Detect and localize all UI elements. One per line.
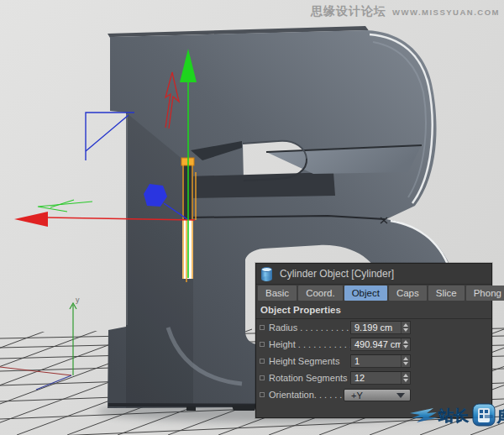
green-wire-arrow [38,200,92,212]
property-label: Orientation. . . . . . . [269,390,350,400]
tab-basic[interactable]: Basic [258,286,297,301]
world-y-axis-label: y [76,296,80,304]
qr-badge-icon [473,404,495,426]
animation-dot[interactable] [260,392,265,397]
site-banner: 思缘设计论坛 WWW.MISSYUAN.COM [311,4,500,19]
property-label: Height Segments [269,356,350,366]
site-url: WWW.MISSYUAN.COM [392,8,500,17]
property-row-height: Height . . . . . . . . . . . . 490.947 c… [256,336,491,353]
stepper-icon[interactable] [401,338,410,350]
animation-dot[interactable] [260,359,265,364]
watermark-text: 站长 [438,407,470,424]
tab-object[interactable]: Object [344,286,387,301]
property-row-rotation-segments: Rotation Segments 12 [256,369,491,386]
height-segments-field[interactable]: 1 [350,354,411,368]
rotation-segments-field[interactable]: 12 [350,371,411,385]
cinema4d-viewport: y [0,0,504,435]
tab-slice[interactable]: Slice [428,286,465,301]
animation-dot[interactable] [260,325,265,330]
height-field[interactable]: 490.947 cm [350,338,411,351]
site-name: 思缘设计论坛 [311,4,386,19]
animation-dot[interactable] [260,375,265,380]
cylinder-icon [261,267,272,281]
property-row-height-segments: Height Segments 1 [256,353,491,369]
flame-icon [410,408,438,422]
chevron-down-icon [396,393,405,398]
panel-titlebar: Cylinder Object [Cylinder] [256,264,491,285]
property-rows: Radius . . . . . . . . . . . . 9.199 cm … [256,319,491,403]
panel-tabs: Basic Coord. Object Caps Slice Phong [256,285,491,302]
panel-title: Cylinder Object [Cylinder] [280,268,394,280]
section-header: Object Properties [256,302,491,319]
property-label: Height . . . . . . . . . . . . [269,339,350,349]
site-watermark: 站长 库 [408,400,504,432]
animation-dot[interactable] [260,342,265,347]
attribute-manager-panel: Cylinder Object [Cylinder] Basic Coord. … [255,263,492,418]
stepper-icon[interactable] [401,355,410,367]
property-label: Rotation Segments [269,373,350,383]
world-axis-gizmo: y [0,296,80,390]
property-label: Radius . . . . . . . . . . . . [269,322,350,333]
watermark-partial-text: 库 [496,408,504,425]
tab-caps[interactable]: Caps [389,286,427,301]
property-row-radius: Radius . . . . . . . . . . . . 9.199 cm [256,319,491,336]
stepper-icon[interactable] [401,372,410,384]
stepper-icon[interactable] [401,322,410,333]
radius-field[interactable]: 9.199 cm [350,321,411,334]
tab-phong[interactable]: Phong [466,286,504,301]
orientation-dropdown[interactable]: +Y [344,389,411,401]
tab-coord[interactable]: Coord. [298,286,343,301]
